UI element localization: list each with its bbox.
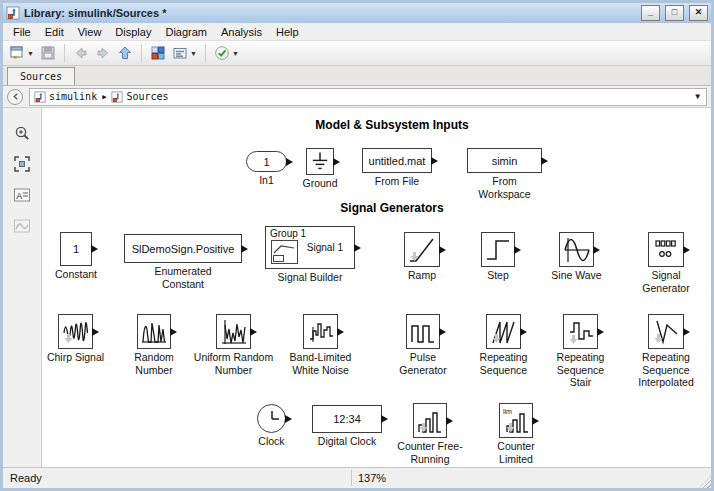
maximize-button[interactable]: □: [665, 5, 684, 21]
library-window: Library: simulink/Sources * _ □ ✕ File E…: [0, 0, 714, 491]
block-from-workspace[interactable]: simin From Workspace: [467, 148, 542, 173]
uniform-random-icon: [219, 317, 249, 347]
breadcrumb-dropdown-icon[interactable]: ▼: [695, 92, 702, 101]
block-sine-wave[interactable]: Sine Wave: [559, 232, 594, 267]
library-canvas[interactable]: Model & Subsystem Inputs 1 In1: [42, 108, 711, 467]
zoom-tool-button[interactable]: [10, 122, 34, 144]
output-port: [431, 157, 438, 165]
block-digital-clock[interactable]: 12:34 Digital Clock: [312, 405, 382, 433]
circle-arrow-icon: [11, 92, 20, 101]
toolbar-separator: [64, 44, 65, 62]
breadcrumb-separator-icon: ▶: [102, 93, 106, 101]
block-from-file[interactable]: untitled.mat From File: [362, 148, 432, 173]
block-ramp[interactable]: Ramp: [404, 232, 440, 267]
menu-edit[interactable]: Edit: [38, 25, 71, 39]
output-port: [285, 415, 292, 423]
fit-to-view-button[interactable]: [10, 153, 34, 175]
save-button[interactable]: [37, 43, 59, 63]
step-icon: [483, 235, 513, 265]
output-port: [439, 246, 446, 254]
forward-button[interactable]: [92, 43, 114, 63]
signal-builder-signal: Signal 1: [307, 242, 343, 253]
menu-view[interactable]: View: [71, 25, 109, 39]
menu-display[interactable]: Display: [108, 25, 158, 39]
window-title: Library: simulink/Sources *: [24, 7, 636, 19]
library-browser-icon: [150, 45, 166, 61]
menu-analysis[interactable]: Analysis: [214, 25, 269, 39]
menu-diagram[interactable]: Diagram: [158, 25, 214, 39]
block-repeating-sequence-stair[interactable]: Repeating Sequence Stair: [563, 314, 598, 349]
output-port: [439, 328, 446, 336]
signal-viewer-button[interactable]: [10, 215, 34, 237]
block-repeating-sequence[interactable]: Repeating Sequence: [486, 314, 521, 349]
chevron-down-icon: ▼: [27, 50, 34, 57]
block-step[interactable]: Step: [481, 232, 515, 267]
block-repeating-sequence-interpolated[interactable]: Repeating Sequence Interpolated: [648, 314, 684, 349]
annotation-icon: A: [13, 186, 31, 204]
new-model-icon: [9, 45, 25, 61]
svg-text:A: A: [16, 191, 22, 201]
tab-sources[interactable]: Sources: [7, 67, 75, 85]
block-clock[interactable]: Clock: [257, 404, 286, 433]
block-counter-limited[interactable]: lim Counter Limited: [499, 403, 533, 438]
block-pulse-generator[interactable]: Pulse Generator: [406, 314, 440, 349]
resize-grip[interactable]: [699, 476, 711, 488]
block-chirp-signal[interactable]: Chirp Signal: [58, 314, 93, 349]
block-label: Random Number: [126, 351, 182, 376]
enumerated-constant-value: SlDemoSign.Positive: [132, 243, 235, 255]
output-port: [381, 415, 388, 423]
annotation-tool-button[interactable]: A: [10, 184, 34, 206]
tool-sidebar: A: [3, 108, 42, 467]
breadcrumb-item-sources[interactable]: Sources: [126, 91, 168, 102]
save-icon: [40, 45, 56, 61]
library-browser-button[interactable]: [147, 43, 169, 63]
from-file-value: untitled.mat: [369, 155, 426, 167]
block-uniform-random-number[interactable]: Uniform Random Number: [216, 314, 251, 349]
menu-file[interactable]: File: [6, 25, 38, 39]
in1-value: 1: [263, 156, 269, 168]
block-label: Ramp: [408, 269, 436, 282]
output-port: [354, 244, 361, 252]
repeating-interpolated-icon: [651, 317, 681, 347]
close-button[interactable]: ✕: [689, 5, 708, 21]
block-signal-builder[interactable]: Group 1 Signal 1 Signal Builder: [265, 226, 355, 269]
chevron-down-icon: ▼: [190, 50, 197, 57]
block-random-number[interactable]: Random Number: [137, 314, 171, 349]
block-label: Ground: [302, 177, 337, 190]
new-model-button[interactable]: ▼: [6, 43, 37, 63]
block-band-limited-white-noise[interactable]: Band-Limited White Noise: [303, 314, 338, 349]
status-bar: Ready 137%: [3, 467, 711, 488]
output-port: [170, 328, 177, 336]
block-ground[interactable]: Ground: [306, 148, 334, 175]
library-icon: [111, 91, 123, 103]
block-counter-free-running[interactable]: Counter Free-Running: [413, 403, 447, 438]
up-to-parent-button[interactable]: [114, 43, 136, 63]
block-signal-generator[interactable]: Signal Generator: [648, 232, 684, 267]
back-button[interactable]: [70, 43, 92, 63]
hide-explorer-bar-button[interactable]: [7, 89, 23, 105]
signal-builder-thumb-icon: [271, 240, 299, 265]
chevron-down-icon: ▼: [232, 50, 239, 57]
environment-settings-button[interactable]: ▼: [169, 43, 200, 63]
digital-clock-value: 12:34: [333, 413, 361, 425]
block-in1[interactable]: 1 In1: [246, 151, 287, 172]
constant-value: 1: [73, 243, 79, 255]
menu-help[interactable]: Help: [269, 25, 306, 39]
output-port: [597, 328, 604, 336]
output-port: [520, 328, 527, 336]
block-label: From Workspace: [473, 175, 537, 200]
clock-icon: [261, 408, 283, 430]
validate-button[interactable]: ▼: [211, 43, 242, 63]
counter-free-running-icon: [415, 406, 445, 436]
signal-generator-icon: [651, 235, 681, 265]
output-port: [91, 245, 98, 253]
breadcrumb-item-simulink[interactable]: simulink: [49, 91, 97, 102]
block-constant[interactable]: 1 Constant: [60, 232, 92, 266]
block-enumerated-constant[interactable]: SlDemoSign.Positive Enumerated Constant: [124, 234, 242, 263]
counter-limited-icon: lim: [501, 406, 531, 436]
signal-curve-icon: [13, 217, 31, 235]
minimize-button[interactable]: _: [641, 5, 660, 21]
output-port: [446, 417, 453, 425]
breadcrumb[interactable]: simulink ▶ Sources ▼: [29, 88, 707, 106]
svg-text:lim: lim: [503, 408, 512, 415]
